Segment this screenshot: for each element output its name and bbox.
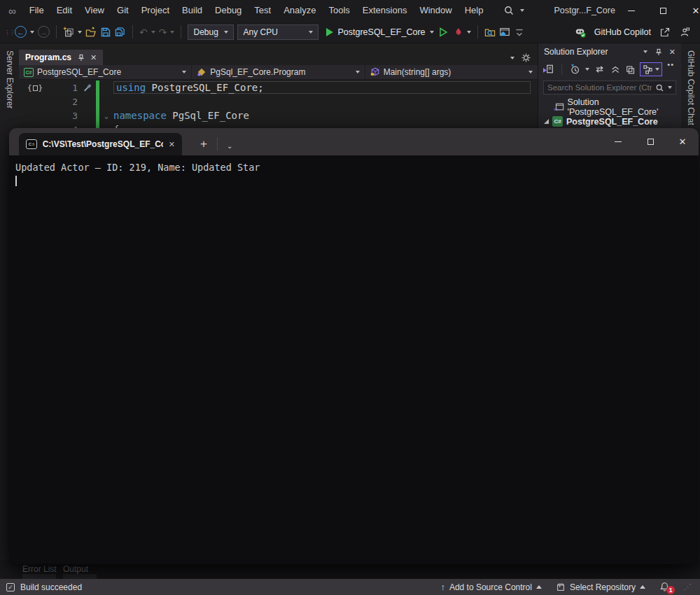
terminal-output[interactable]: Updated Actor – ID: 219, Name: Updated S…: [9, 155, 699, 190]
minimize-button[interactable]: [602, 128, 634, 155]
close-button[interactable]: ✕: [680, 0, 700, 21]
toolbar-overflow-icon[interactable]: ••: [667, 60, 677, 69]
background-tasks-icon[interactable]: ✓: [6, 583, 15, 592]
filter-dropdown-icon[interactable]: [585, 68, 589, 71]
menu-test[interactable]: Test: [248, 0, 277, 21]
live-preview-icon[interactable]: [499, 27, 510, 38]
sync-with-active-document-button[interactable]: [640, 62, 662, 76]
hot-reload-dropdown-icon[interactable]: [467, 31, 471, 34]
code-text[interactable]: using PostgreSQL_EF_Core;: [113, 81, 538, 94]
chevron-down-icon[interactable]: [356, 71, 360, 74]
search-options-icon[interactable]: [668, 86, 672, 89]
configuration-combobox[interactable]: Debug: [188, 24, 234, 40]
save-icon[interactable]: [100, 27, 111, 38]
console-window[interactable]: C:\ C:\VS\Test\PostgreSQL_EF_Co ✕ + ⌄ ✕ …: [9, 128, 699, 564]
quick-search[interactable]: [503, 5, 524, 16]
tab-program-cs[interactable]: Program.cs ✕: [19, 50, 103, 65]
github-copilot-icon[interactable]: [575, 27, 586, 38]
search-dropdown-icon[interactable]: [520, 9, 524, 12]
undo-icon[interactable]: ↶: [139, 27, 148, 38]
solution-search[interactable]: [543, 80, 676, 94]
solution-explorer-titlebar[interactable]: Solution Explorer ✕: [538, 43, 681, 60]
sync-icon[interactable]: [594, 64, 605, 74]
add-to-source-control-button[interactable]: ↑ Add to Source Control: [440, 582, 542, 592]
code-text[interactable]: namespace PgSql_EF_Core: [113, 110, 538, 121]
send-feedback-icon[interactable]: [679, 27, 690, 38]
tab-error-list[interactable]: Error List: [22, 564, 57, 574]
save-all-icon[interactable]: [115, 27, 126, 38]
close-tab-icon[interactable]: ✕: [169, 140, 175, 149]
toolbar-options-icon[interactable]: [514, 27, 525, 38]
hot-reload-icon[interactable]: [452, 27, 463, 38]
navigate-back-button[interactable]: ←: [15, 26, 27, 38]
code-line-3[interactable]: 3 ⌄ namespace PgSql_EF_Core: [19, 108, 538, 122]
menu-extensions[interactable]: Extensions: [356, 0, 414, 21]
pin-icon[interactable]: [654, 48, 662, 56]
new-tab-button[interactable]: +: [200, 137, 207, 151]
pending-changes-filter-icon[interactable]: [570, 64, 580, 75]
configuration-value: Debug: [193, 27, 218, 37]
code-line-2[interactable]: 2: [19, 94, 538, 108]
new-item-dropdown-icon[interactable]: [78, 31, 82, 34]
menu-file[interactable]: File: [23, 0, 50, 21]
menu-help[interactable]: Help: [458, 0, 490, 21]
tab-output[interactable]: Output: [63, 564, 88, 574]
toolbar-drag-handle[interactable]: ⋮⋮: [4, 29, 11, 35]
open-file-icon[interactable]: [85, 27, 97, 38]
resize-grip[interactable]: ⋰: [684, 582, 692, 592]
menu-edit[interactable]: Edit: [50, 0, 78, 21]
tree-item-solution[interactable]: ∞ Solution 'PostgreSQL_EF_Core': [538, 99, 681, 114]
menu-view[interactable]: View: [78, 0, 111, 21]
menu-window[interactable]: Window: [413, 0, 458, 21]
navigate-back-dropdown-icon[interactable]: [30, 31, 34, 34]
switch-views-icon[interactable]: [542, 64, 554, 75]
menu-debug[interactable]: Debug: [209, 0, 248, 21]
pin-icon[interactable]: [77, 54, 85, 62]
solution-search-input[interactable]: [547, 83, 652, 92]
chevron-down-icon[interactable]: [182, 71, 186, 74]
start-debugging-button[interactable]: PostgreSQL_EF_Core: [326, 27, 433, 37]
editor-tabs-dropdown-icon[interactable]: [510, 57, 514, 59]
build-status[interactable]: ✓ Build succeeded: [0, 582, 82, 592]
menu-build[interactable]: Build: [176, 0, 209, 21]
start-without-debugging-icon[interactable]: [438, 27, 449, 38]
code-structure-icon[interactable]: {}: [19, 83, 51, 92]
menu-analyze[interactable]: Analyze: [277, 0, 322, 21]
breadcrumb-type[interactable]: PgSql_EF_Core.Program: [192, 65, 365, 79]
menu-tools[interactable]: Tools: [322, 0, 356, 21]
search-icon[interactable]: [655, 83, 664, 92]
new-item-icon[interactable]: [63, 27, 74, 38]
redo-icon[interactable]: ↷: [159, 27, 167, 38]
terminal-tab[interactable]: C:\ C:\VS\Test\PostgreSQL_EF_Co ✕: [19, 133, 182, 155]
maximize-button[interactable]: [634, 128, 666, 155]
breadcrumb-member[interactable]: Main(string[] args): [365, 65, 538, 79]
collapse-all-icon[interactable]: [610, 64, 620, 74]
maximize-button[interactable]: [648, 0, 680, 21]
gear-icon[interactable]: [522, 53, 531, 62]
select-repository-button[interactable]: Select Repository: [556, 582, 645, 592]
platform-combobox[interactable]: Any CPU: [237, 24, 318, 40]
menu-project[interactable]: Project: [135, 0, 176, 21]
navigate-forward-button[interactable]: →: [38, 26, 50, 38]
panel-menu-icon[interactable]: [643, 50, 648, 53]
tab-dropdown-icon[interactable]: ⌄: [227, 142, 232, 150]
minimize-button[interactable]: [615, 0, 648, 21]
run-dropdown-icon[interactable]: [430, 31, 434, 34]
close-button[interactable]: ✕: [666, 128, 699, 155]
close-tab-icon[interactable]: ✕: [90, 53, 97, 62]
redo-dropdown-icon[interactable]: [170, 31, 174, 34]
chevron-down-icon[interactable]: [655, 68, 659, 71]
notifications-button[interactable]: 1: [659, 582, 670, 592]
share-icon[interactable]: [659, 27, 671, 38]
show-all-files-icon[interactable]: [625, 64, 635, 75]
undo-dropdown-icon[interactable]: [151, 31, 155, 34]
chevron-down-icon[interactable]: [528, 71, 533, 74]
code-line-1[interactable]: {} 1 using PostgreSQL_EF_Core;: [19, 80, 538, 94]
menu-git[interactable]: Git: [111, 0, 135, 21]
quick-actions-screwdriver-icon[interactable]: [78, 83, 96, 93]
breadcrumb-project[interactable]: C# PostgreSQL_EF_Core: [19, 65, 192, 79]
close-panel-icon[interactable]: ✕: [669, 48, 676, 57]
find-in-files-icon[interactable]: [484, 27, 496, 38]
expanded-node-icon[interactable]: [544, 119, 549, 124]
collapse-region-icon[interactable]: ⌄: [99, 112, 113, 120]
